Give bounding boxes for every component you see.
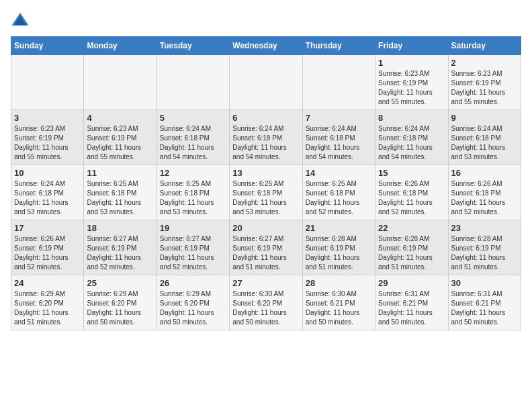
day-info: Sunrise: 6:24 AM Sunset: 6:18 PM Dayligh…: [378, 124, 445, 162]
calendar-cell: 20Sunrise: 6:27 AM Sunset: 6:19 PM Dayli…: [230, 220, 302, 275]
day-info: Sunrise: 6:27 AM Sunset: 6:19 PM Dayligh…: [87, 234, 153, 272]
calendar-cell: 1Sunrise: 6:23 AM Sunset: 6:19 PM Daylig…: [375, 55, 448, 110]
day-info: Sunrise: 6:30 AM Sunset: 6:20 PM Dayligh…: [232, 289, 299, 327]
day-number: 11: [87, 168, 153, 178]
day-number: 5: [160, 113, 226, 123]
calendar-cell: [11, 55, 84, 110]
calendar-cell: 15Sunrise: 6:26 AM Sunset: 6:18 PM Dayli…: [375, 165, 448, 220]
calendar-cell: 5Sunrise: 6:24 AM Sunset: 6:18 PM Daylig…: [157, 110, 229, 165]
day-info: Sunrise: 6:23 AM Sunset: 6:19 PM Dayligh…: [451, 69, 518, 107]
calendar-cell: 16Sunrise: 6:26 AM Sunset: 6:18 PM Dayli…: [448, 165, 521, 220]
header-cell-friday: Friday: [375, 37, 448, 55]
day-number: 24: [14, 278, 81, 288]
logo-icon: [11, 11, 30, 30]
header-cell-thursday: Thursday: [302, 37, 375, 55]
calendar-cell: 18Sunrise: 6:27 AM Sunset: 6:19 PM Dayli…: [84, 220, 157, 275]
day-info: Sunrise: 6:29 AM Sunset: 6:20 PM Dayligh…: [14, 289, 81, 327]
page-header: [11, 11, 521, 30]
calendar-cell: 13Sunrise: 6:25 AM Sunset: 6:18 PM Dayli…: [230, 165, 302, 220]
day-number: 6: [232, 113, 299, 123]
calendar-cell: 26Sunrise: 6:29 AM Sunset: 6:20 PM Dayli…: [157, 275, 229, 330]
day-number: 10: [14, 168, 81, 178]
calendar-cell: 7Sunrise: 6:24 AM Sunset: 6:18 PM Daylig…: [302, 110, 375, 165]
calendar-cell: 2Sunrise: 6:23 AM Sunset: 6:19 PM Daylig…: [448, 55, 521, 110]
calendar-cell: 23Sunrise: 6:28 AM Sunset: 6:19 PM Dayli…: [448, 220, 521, 275]
day-info: Sunrise: 6:26 AM Sunset: 6:18 PM Dayligh…: [451, 179, 518, 217]
calendar-row-4: 24Sunrise: 6:29 AM Sunset: 6:20 PM Dayli…: [11, 275, 521, 330]
day-number: 15: [378, 168, 445, 178]
day-info: Sunrise: 6:23 AM Sunset: 6:19 PM Dayligh…: [87, 124, 153, 162]
day-number: 16: [451, 168, 518, 178]
day-info: Sunrise: 6:27 AM Sunset: 6:19 PM Dayligh…: [232, 234, 299, 272]
calendar-cell: 27Sunrise: 6:30 AM Sunset: 6:20 PM Dayli…: [230, 275, 302, 330]
calendar-cell: [230, 55, 302, 110]
calendar-cell: [157, 55, 229, 110]
calendar-cell: 8Sunrise: 6:24 AM Sunset: 6:18 PM Daylig…: [375, 110, 448, 165]
day-number: 4: [87, 113, 153, 123]
header-cell-tuesday: Tuesday: [157, 37, 229, 55]
day-info: Sunrise: 6:29 AM Sunset: 6:20 PM Dayligh…: [160, 289, 226, 327]
logo: [11, 11, 32, 30]
day-number: 13: [232, 168, 299, 178]
calendar-cell: 11Sunrise: 6:25 AM Sunset: 6:18 PM Dayli…: [84, 165, 157, 220]
header-cell-saturday: Saturday: [448, 37, 521, 55]
day-number: 17: [14, 223, 81, 233]
header-row: SundayMondayTuesdayWednesdayThursdayFrid…: [11, 37, 521, 55]
header-cell-monday: Monday: [84, 37, 157, 55]
day-info: Sunrise: 6:31 AM Sunset: 6:21 PM Dayligh…: [451, 289, 518, 327]
calendar-cell: 4Sunrise: 6:23 AM Sunset: 6:19 PM Daylig…: [84, 110, 157, 165]
day-info: Sunrise: 6:24 AM Sunset: 6:18 PM Dayligh…: [232, 124, 299, 162]
day-number: 19: [160, 223, 226, 233]
header-cell-wednesday: Wednesday: [230, 37, 302, 55]
calendar-row-0: 1Sunrise: 6:23 AM Sunset: 6:19 PM Daylig…: [11, 55, 521, 110]
day-number: 25: [87, 278, 153, 288]
calendar-cell: 17Sunrise: 6:26 AM Sunset: 6:19 PM Dayli…: [11, 220, 84, 275]
day-number: 1: [378, 58, 445, 68]
day-number: 9: [451, 113, 518, 123]
calendar-cell: 22Sunrise: 6:28 AM Sunset: 6:19 PM Dayli…: [375, 220, 448, 275]
day-info: Sunrise: 6:24 AM Sunset: 6:18 PM Dayligh…: [14, 179, 81, 217]
calendar-cell: 30Sunrise: 6:31 AM Sunset: 6:21 PM Dayli…: [448, 275, 521, 330]
calendar-header: SundayMondayTuesdayWednesdayThursdayFrid…: [11, 37, 521, 55]
day-info: Sunrise: 6:23 AM Sunset: 6:19 PM Dayligh…: [378, 69, 445, 107]
day-info: Sunrise: 6:23 AM Sunset: 6:19 PM Dayligh…: [14, 124, 81, 162]
day-number: 18: [87, 223, 153, 233]
calendar-cell: 14Sunrise: 6:25 AM Sunset: 6:18 PM Dayli…: [302, 165, 375, 220]
calendar-row-3: 17Sunrise: 6:26 AM Sunset: 6:19 PM Dayli…: [11, 220, 521, 275]
day-number: 29: [378, 278, 445, 288]
day-info: Sunrise: 6:26 AM Sunset: 6:19 PM Dayligh…: [14, 234, 81, 272]
calendar-cell: 29Sunrise: 6:31 AM Sunset: 6:21 PM Dayli…: [375, 275, 448, 330]
calendar-cell: 21Sunrise: 6:28 AM Sunset: 6:19 PM Dayli…: [302, 220, 375, 275]
day-info: Sunrise: 6:25 AM Sunset: 6:18 PM Dayligh…: [232, 179, 299, 217]
day-number: 22: [378, 223, 445, 233]
calendar-cell: 24Sunrise: 6:29 AM Sunset: 6:20 PM Dayli…: [11, 275, 84, 330]
day-number: 2: [451, 58, 518, 68]
calendar-cell: [302, 55, 375, 110]
calendar-cell: [84, 55, 157, 110]
day-number: 3: [14, 113, 81, 123]
calendar-cell: 9Sunrise: 6:24 AM Sunset: 6:18 PM Daylig…: [448, 110, 521, 165]
day-info: Sunrise: 6:26 AM Sunset: 6:18 PM Dayligh…: [378, 179, 445, 217]
day-info: Sunrise: 6:25 AM Sunset: 6:18 PM Dayligh…: [87, 179, 153, 217]
day-number: 20: [232, 223, 299, 233]
calendar-cell: 19Sunrise: 6:27 AM Sunset: 6:19 PM Dayli…: [157, 220, 229, 275]
day-number: 14: [306, 168, 372, 178]
day-number: 7: [306, 113, 372, 123]
calendar-row-1: 3Sunrise: 6:23 AM Sunset: 6:19 PM Daylig…: [11, 110, 521, 165]
day-number: 26: [160, 278, 226, 288]
day-info: Sunrise: 6:27 AM Sunset: 6:19 PM Dayligh…: [160, 234, 226, 272]
day-info: Sunrise: 6:24 AM Sunset: 6:18 PM Dayligh…: [306, 124, 372, 162]
day-info: Sunrise: 6:28 AM Sunset: 6:19 PM Dayligh…: [378, 234, 445, 272]
calendar-cell: 3Sunrise: 6:23 AM Sunset: 6:19 PM Daylig…: [11, 110, 84, 165]
day-info: Sunrise: 6:29 AM Sunset: 6:20 PM Dayligh…: [87, 289, 153, 327]
day-number: 12: [160, 168, 226, 178]
day-info: Sunrise: 6:30 AM Sunset: 6:21 PM Dayligh…: [306, 289, 372, 327]
calendar-cell: 28Sunrise: 6:30 AM Sunset: 6:21 PM Dayli…: [302, 275, 375, 330]
header-cell-sunday: Sunday: [11, 37, 84, 55]
calendar-cell: 25Sunrise: 6:29 AM Sunset: 6:20 PM Dayli…: [84, 275, 157, 330]
calendar-body: 1Sunrise: 6:23 AM Sunset: 6:19 PM Daylig…: [11, 55, 521, 330]
calendar-table: SundayMondayTuesdayWednesdayThursdayFrid…: [11, 36, 521, 330]
day-info: Sunrise: 6:28 AM Sunset: 6:19 PM Dayligh…: [306, 234, 372, 272]
day-info: Sunrise: 6:25 AM Sunset: 6:18 PM Dayligh…: [306, 179, 372, 217]
calendar-cell: 10Sunrise: 6:24 AM Sunset: 6:18 PM Dayli…: [11, 165, 84, 220]
